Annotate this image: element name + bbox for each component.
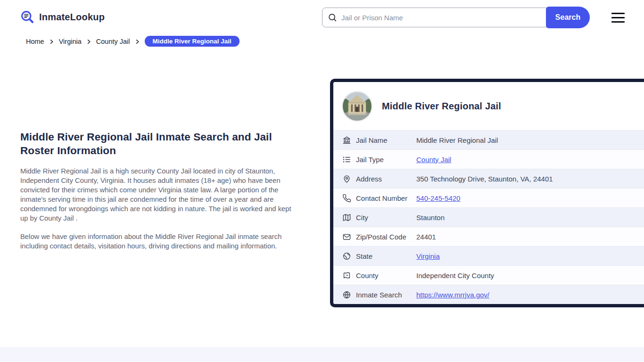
row-label: Jail Name <box>356 136 416 144</box>
row-label: County <box>356 272 416 280</box>
row-value: Staunton <box>416 214 445 222</box>
row-value: 350 Technology Drive, Staunton, VA, 2440… <box>416 175 553 183</box>
envelope-icon <box>342 232 351 241</box>
row-label: State <box>356 252 416 260</box>
row-label: Contact Number <box>356 194 416 202</box>
menu-icon[interactable] <box>611 13 625 23</box>
globe-americas-icon <box>342 252 351 261</box>
row-label: Inmate Search <box>356 291 416 299</box>
breadcrumb-county-jail[interactable]: County Jail <box>96 38 130 45</box>
jail-card-header: Middle River Regional Jail <box>333 82 644 130</box>
logo-magnifier-icon <box>20 10 35 25</box>
table-row-address: Address 350 Technology Drive, Staunton, … <box>333 169 644 188</box>
search-bar: Search <box>322 8 590 27</box>
row-label: Jail Type <box>356 156 416 164</box>
brand-logo[interactable]: InmateLookup <box>20 10 105 25</box>
table-row-contact-number: Contact Number 540-245-5420 <box>333 188 644 207</box>
row-value: Middle River Regional Jail <box>416 136 498 144</box>
globe-web-icon <box>342 290 351 299</box>
row-value: 24401 <box>416 233 436 241</box>
article-paragraph-2: Below we have given information about th… <box>20 232 299 251</box>
table-row-inmate-search: Inmate Search https://www.mrrjva.gov/ <box>333 285 644 304</box>
county-map-icon <box>342 271 351 280</box>
chevron-right-icon <box>49 39 54 44</box>
footer-strip <box>0 347 644 362</box>
inmate-search-link[interactable]: https://www.mrrjva.gov/ <box>416 291 489 299</box>
search-button[interactable]: Search <box>546 7 590 28</box>
list-icon <box>342 155 351 164</box>
breadcrumb-virginia[interactable]: Virginia <box>59 38 82 45</box>
table-row-jail-name: Jail Name Middle River Regional Jail <box>333 130 644 149</box>
bank-icon <box>342 136 351 145</box>
chevron-right-icon <box>86 39 91 44</box>
contact-number-link[interactable]: 540-245-5420 <box>416 194 460 202</box>
table-row-zip: Zip/Postal Code 24401 <box>333 227 644 246</box>
breadcrumb-current-badge: Middle River Regional Jail <box>145 36 239 47</box>
row-label: Address <box>356 175 416 183</box>
article-paragraph-1: Middle River Regional Jail is a high sec… <box>20 166 299 223</box>
map-icon <box>342 213 351 222</box>
brand-name: InmateLookup <box>39 12 105 23</box>
page-title: Middle River Regional Jail Inmate Search… <box>20 130 299 157</box>
row-value: Independent City County <box>416 272 494 280</box>
table-row-jail-type: Jail Type County Jail <box>333 149 644 169</box>
article: Middle River Regional Jail Inmate Search… <box>20 130 299 251</box>
phone-icon <box>342 194 351 203</box>
location-pin-icon <box>342 174 351 183</box>
chevron-right-icon <box>135 39 140 44</box>
breadcrumb: Home Virginia County Jail Middle River R… <box>26 36 239 47</box>
page: InmateLookup Search Home Virginia County… <box>0 0 644 362</box>
table-row-state: State Virginia <box>333 246 644 265</box>
table-row-county: County Independent City County <box>333 265 644 285</box>
search-input[interactable] <box>322 8 547 27</box>
row-label: Zip/Postal Code <box>356 233 416 241</box>
jail-info-card: Middle River Regional Jail Jail Name Mid… <box>330 79 644 307</box>
table-row-city: City Staunton <box>333 207 644 227</box>
state-link[interactable]: Virginia <box>416 252 440 260</box>
jail-type-link[interactable]: County Jail <box>416 156 451 164</box>
row-label: City <box>356 214 416 222</box>
jail-card-title: Middle River Regional Jail <box>382 101 501 112</box>
breadcrumb-home[interactable]: Home <box>26 38 44 45</box>
jail-photo <box>342 91 372 121</box>
